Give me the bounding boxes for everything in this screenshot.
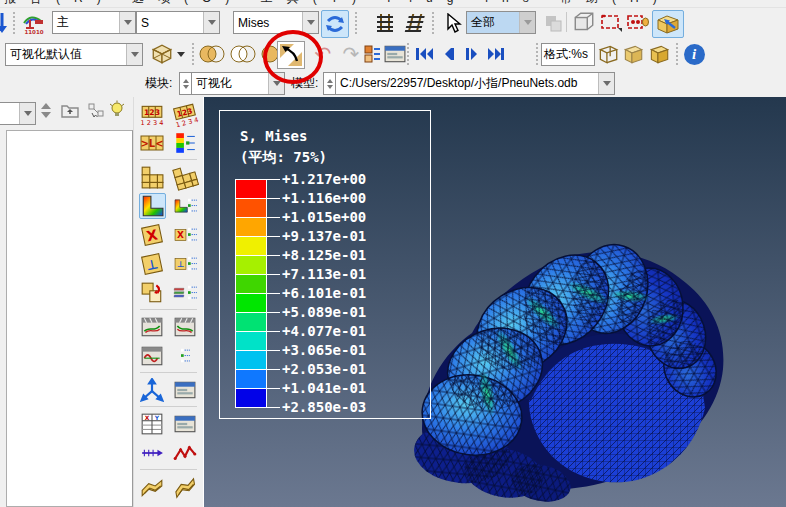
context-bar: 模块: 可视化 模型: C:/Users/22957/Desktop/小指/Pn… [0,69,786,98]
invariant-combo[interactable]: Mises [233,11,319,34]
toolbar-grip[interactable] [13,12,18,34]
spectrum-options-icon[interactable] [172,130,199,156]
render-shaded-icon[interactable] [197,41,227,67]
wire-cube-icon[interactable] [571,10,597,36]
legend-tick-label: +9.137e-01 [282,228,366,244]
legend-color-band [235,331,267,351]
plot-contours-icon[interactable] [139,193,166,219]
legend-tick [267,407,280,408]
legend-tick-label: +4.077e-01 [282,323,366,339]
legend-color-band [235,236,267,256]
legend-color-band [235,293,267,313]
chevron-down-icon[interactable] [302,12,318,33]
chevron-down-icon[interactable] [268,73,284,94]
contour-options-icon[interactable] [172,193,199,219]
legend-color-band [235,369,267,389]
field-output-value: S [137,16,203,30]
next-frame-icon[interactable] [460,41,484,67]
create-display-group-icon[interactable] [362,41,382,67]
legend-tick [267,293,280,294]
lightbulb-icon[interactable] [108,100,126,123]
xy-plot-icon[interactable] [172,440,199,466]
symbol-options-icon[interactable] [172,222,199,248]
ply-stack-options-icon[interactable] [172,474,199,500]
view-cut-axes-icon[interactable] [139,377,166,403]
views-box-icon[interactable] [652,10,684,38]
query-dialog-icon[interactable] [383,41,407,67]
display-group-combo[interactable]: 全部 [466,11,536,34]
format-combo[interactable]: 格式:%s [541,43,595,66]
plot-deformed-icon[interactable] [172,164,199,190]
tree-spinner[interactable] [41,103,51,118]
svg-text:>L<: >L< [140,138,163,149]
model-combo[interactable]: C:/Users/22957/Desktop/小指/PneuNets.odb [323,72,615,95]
legend-tick [267,179,280,180]
toolbar-grip[interactable] [355,12,360,34]
viewport-canvas[interactable]: S, Mises (平均: 75%) +1.217e+00+1.116e+00+… [203,97,786,507]
frame-selector-icon[interactable] [372,10,398,36]
view-cut-manager-icon[interactable] [172,377,199,403]
animation-options-icon[interactable] [172,343,199,369]
legend-tick-label: +1.116e+00 [282,190,366,206]
cube-solid-icon[interactable] [646,41,672,67]
tree-filter-combo[interactable] [0,102,36,125]
chevron-down-icon[interactable] [19,103,35,124]
previous-frame-icon[interactable] [436,41,460,67]
plot-mode-value: 主 [53,14,119,31]
superimpose-options-icon[interactable] [172,280,199,306]
animate-time-history-icon[interactable] [172,314,199,340]
toolbar-grip[interactable] [432,12,437,34]
chevron-down-icon[interactable] [519,12,535,33]
legend-color-band [235,198,267,218]
xy-data-icon[interactable] [139,411,166,437]
render-cube-menu-icon[interactable] [147,41,187,67]
spinner [179,72,191,95]
cube-shaded-icon[interactable] [620,41,646,67]
plot-material-orientation-icon[interactable] [139,251,166,277]
chevron-down-icon[interactable] [203,12,219,33]
xy-data-manager-icon[interactable] [172,411,199,437]
field-output-combo[interactable]: S [136,11,220,34]
animate-harmonic-icon[interactable] [139,343,166,369]
replace-group-icon[interactable] [540,10,566,36]
plot-undeformed-icon[interactable] [139,164,166,190]
superimpose-plots-icon[interactable] [139,280,166,306]
animate-scale-factor-icon[interactable] [139,314,166,340]
zoom-box-icon[interactable] [598,10,624,36]
field-output-icon[interactable]: 11010 [19,10,49,36]
module-label: 模块: [145,72,172,94]
model-tree-area[interactable] [6,130,133,507]
orientation-options-icon[interactable] [172,251,199,277]
sync-icon[interactable] [321,10,349,38]
probe-values-icon[interactable] [625,10,651,36]
legend-color-band [235,274,267,294]
chevron-down-icon[interactable] [126,44,142,65]
field-output-grid-icon[interactable] [139,101,166,127]
folder-up-icon[interactable] [60,101,80,122]
render-hidden-icon[interactable] [228,41,258,67]
cursor-icon[interactable] [440,10,466,36]
first-frame-icon[interactable] [412,41,436,67]
llc-limits-icon[interactable]: >L< [139,130,166,156]
chevron-down-icon[interactable] [598,73,614,94]
redo-icon[interactable]: ↷ [338,41,364,67]
path-icon[interactable] [139,440,166,466]
arrow-down-icon[interactable] [0,10,12,36]
plot-mode-combo[interactable]: 主 [52,11,136,34]
frame-selector-skew-icon[interactable] [402,10,428,36]
ply-stack-plot-icon[interactable] [139,474,166,500]
link-select-icon[interactable] [86,101,106,122]
plot-symbols-icon[interactable] [139,222,166,248]
undo-icon[interactable]: ↶ [310,41,336,67]
chevron-down-icon[interactable] [119,12,135,33]
legend-tick [267,236,280,237]
module-combo[interactable]: 可视化 [179,72,285,95]
defaults-combo[interactable]: 可视化默认值 [5,43,143,66]
field-output-grid-alt-icon[interactable] [172,101,199,127]
last-frame-icon[interactable] [484,41,508,67]
legend-tick-label: +7.113e-01 [282,266,366,282]
legend-tick-label: +8.125e-01 [282,247,366,263]
allow-multiple-plot-states-icon[interactable] [277,41,305,69]
cube-wireframe-icon[interactable] [595,41,621,67]
info-icon[interactable]: i [681,41,707,67]
